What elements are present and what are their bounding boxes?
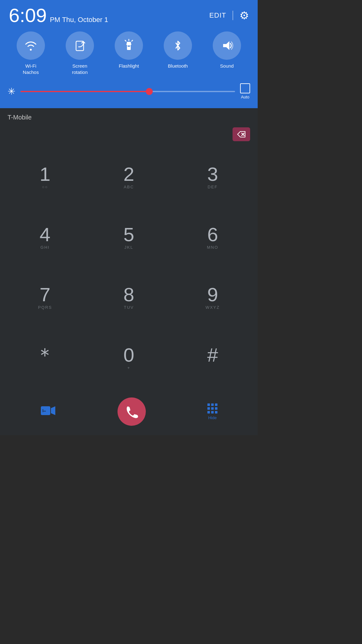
brightness-icon: ✳ — [8, 86, 15, 97]
dial-number-8: 8 — [123, 285, 134, 304]
dial-number-3: 3 — [207, 164, 218, 184]
quick-tiles: Wi-FiNachos Screenrotation — [0, 28, 258, 81]
dial-key-0[interactable]: 0 + — [87, 328, 171, 388]
hide-dot — [207, 411, 210, 414]
dial-number-9: 9 — [207, 285, 218, 304]
wifi-label: Wi-FiNachos — [23, 63, 39, 75]
svg-marker-11 — [51, 406, 55, 415]
sound-icon — [213, 31, 241, 60]
auto-brightness-button[interactable]: Auto — [240, 83, 250, 99]
hide-dot — [211, 411, 214, 414]
flashlight-label: Flashlight — [119, 63, 139, 69]
dial-key-2[interactable]: 2 ABC — [87, 147, 171, 207]
dial-key-4[interactable]: 4 GHI — [3, 207, 87, 268]
wifi-icon — [17, 31, 45, 60]
svg-rect-3 — [128, 46, 130, 47]
svg-marker-7 — [223, 41, 229, 50]
dial-key-1[interactable]: 1 ○○ — [3, 147, 87, 207]
dial-sub-6: MNO — [207, 245, 218, 250]
call-button[interactable] — [118, 397, 146, 426]
dial-sub-0: + — [127, 365, 130, 370]
dial-key-9[interactable]: 9 WXYZ — [171, 268, 255, 328]
tile-flashlight[interactable]: Flashlight — [115, 31, 143, 75]
dial-key-3[interactable]: 3 DEF — [171, 147, 255, 207]
carrier-bar: T-Mobile — [0, 108, 258, 125]
dial-number-2: 2 — [123, 164, 134, 184]
tile-screen-rotation[interactable]: Screenrotation — [66, 31, 94, 75]
hide-dot — [207, 403, 210, 406]
tile-wifi[interactable]: Wi-FiNachos — [17, 31, 45, 75]
dial-sub-4: GHI — [41, 245, 50, 250]
svg-rect-13 — [42, 409, 43, 412]
dial-number-4: 4 — [40, 225, 50, 244]
edit-button[interactable]: EDIT — [209, 11, 226, 19]
dial-sub-9: WXYZ — [206, 305, 220, 310]
bluetooth-label: Bluetooth — [168, 63, 188, 69]
dial-number-0: 0 — [123, 345, 134, 365]
status-actions: EDIT ⚙ — [209, 9, 249, 22]
dial-sub-5: JKL — [124, 245, 133, 250]
backspace-button[interactable] — [233, 127, 250, 141]
carrier-name: T-Mobile — [8, 114, 32, 121]
dial-sub-8: TUV — [124, 305, 134, 310]
sound-label: Sound — [220, 63, 233, 69]
tile-bluetooth[interactable]: Bluetooth — [164, 31, 192, 75]
svg-line-5 — [125, 40, 126, 41]
clock-time: 6:09 — [9, 6, 47, 25]
hide-dot — [207, 407, 210, 410]
dial-number-1: 1 — [40, 164, 50, 184]
dial-key-7[interactable]: 7 PQRS — [3, 268, 87, 328]
auto-icon — [240, 83, 250, 93]
settings-icon[interactable]: ⚙ — [239, 9, 249, 22]
dial-key-6[interactable]: 6 MNO — [171, 207, 255, 268]
dial-sub-3: DEF — [208, 185, 218, 190]
svg-rect-12 — [43, 411, 46, 412]
svg-marker-1 — [126, 42, 131, 45]
auto-label: Auto — [241, 95, 250, 99]
hide-dot — [215, 403, 217, 406]
time-date: 6:09 PM Thu, October 1 — [9, 6, 108, 25]
vertical-divider — [233, 11, 233, 20]
notification-panel: 6:09 PM Thu, October 1 EDIT ⚙ Wi-FiNacho… — [0, 0, 258, 108]
dial-key-star[interactable]: ＊ — [3, 328, 87, 388]
dial-number-hash: # — [207, 345, 218, 365]
hide-dot — [211, 403, 214, 406]
screen-rotation-label: Screenrotation — [72, 63, 88, 75]
dial-key-hash[interactable]: # — [171, 328, 255, 388]
hide-label: Hide — [208, 415, 217, 420]
hide-dot — [215, 407, 217, 410]
dial-number-6: 6 — [207, 225, 218, 244]
hide-grid-icon — [207, 403, 217, 414]
brightness-slider[interactable] — [20, 91, 235, 92]
dial-number-7: 7 — [40, 285, 50, 304]
dial-sub-1: ○○ — [42, 185, 48, 190]
clock-ampm-date: PM Thu, October 1 — [50, 16, 108, 24]
dial-number-5: 5 — [123, 225, 134, 244]
dial-number-star: ＊ — [35, 345, 55, 365]
hide-dot — [215, 411, 217, 414]
video-call-button[interactable] — [40, 405, 56, 419]
hide-dialpad-button[interactable]: Hide — [207, 403, 217, 420]
dial-grid: 1 ○○ 2 ABC 3 DEF 4 GHI 5 JKL 6 MNO 7 PQR… — [0, 144, 258, 391]
phone-app: T-Mobile 1 ○○ 2 ABC 3 DEF 4 GHI — [0, 108, 258, 435]
dial-key-5[interactable]: 5 JKL — [87, 207, 171, 268]
brightness-thumb[interactable] — [146, 88, 153, 95]
clock-date: Thu, October 1 — [62, 16, 108, 24]
dial-sub-7: PQRS — [38, 305, 52, 310]
bluetooth-icon — [164, 31, 192, 60]
brightness-row: ✳ Auto — [0, 81, 258, 102]
clock-ampm: PM — [50, 16, 60, 24]
svg-line-6 — [132, 40, 133, 41]
dial-sub-2: ABC — [124, 185, 134, 190]
tile-sound[interactable]: Sound — [213, 31, 241, 75]
dialer-input-row — [0, 125, 258, 144]
hide-dot — [211, 407, 214, 410]
brightness-fill — [20, 91, 149, 92]
status-bar: 6:09 PM Thu, October 1 EDIT ⚙ — [0, 0, 258, 28]
flashlight-icon — [115, 31, 143, 60]
dial-key-8[interactable]: 8 TUV — [87, 268, 171, 328]
screen-rotation-icon — [66, 31, 94, 60]
bottom-bar: Hide — [0, 391, 258, 435]
